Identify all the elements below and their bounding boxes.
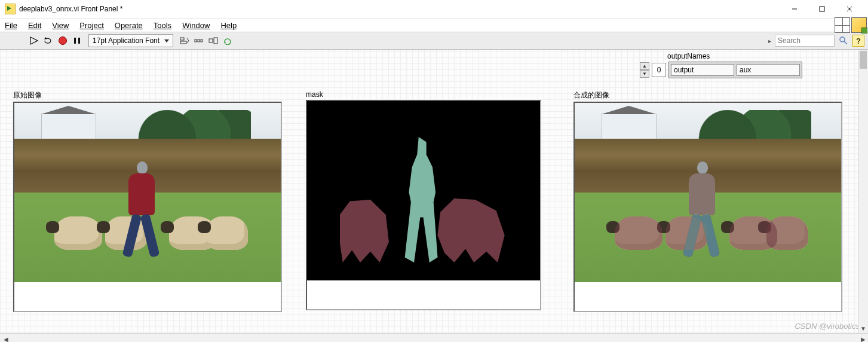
- outputnames-index-down[interactable]: ▼: [640, 70, 649, 78]
- menu-tools[interactable]: Tools: [154, 21, 171, 30]
- svg-rect-7: [180, 41, 186, 44]
- abort-button[interactable]: [57, 35, 68, 46]
- outputnames-index-spinner: ▲ ▼: [640, 62, 649, 78]
- svg-point-13: [840, 37, 845, 42]
- original-image-content: [14, 103, 281, 282]
- align-objects-button[interactable]: [179, 35, 190, 46]
- svg-rect-11: [209, 39, 213, 42]
- svg-rect-8: [195, 39, 197, 42]
- original-image-caption: 原始图像: [13, 90, 282, 100]
- svg-rect-1: [820, 7, 824, 11]
- run-button[interactable]: [29, 35, 39, 46]
- vertical-scroll-thumb[interactable]: [860, 51, 867, 69]
- composite-image-content: [575, 103, 841, 282]
- outputnames-cell-0[interactable]: output: [671, 64, 734, 76]
- mask-image-frame[interactable]: [306, 100, 541, 310]
- context-help-button[interactable]: ?: [852, 35, 864, 47]
- chevron-down-icon: [164, 39, 169, 42]
- menu-help[interactable]: Help: [220, 21, 237, 30]
- font-selector[interactable]: 17pt Application Font: [88, 34, 173, 47]
- run-continuously-button[interactable]: [43, 35, 54, 46]
- window-titlebar: deeplabv3_onnx.vi Front Panel *: [0, 0, 868, 19]
- original-image-frame[interactable]: [13, 102, 282, 312]
- search-button[interactable]: [838, 35, 849, 46]
- mask-image-indicator: mask: [306, 90, 541, 310]
- search-input[interactable]: [775, 35, 835, 47]
- scroll-down-icon[interactable]: ▼: [858, 323, 868, 333]
- mask-image-content: [307, 101, 540, 280]
- connector-pane-area: [835, 19, 868, 32]
- distribute-objects-button[interactable]: [194, 35, 204, 46]
- search-caret-icon: ▸: [768, 38, 771, 44]
- front-panel[interactable]: outputNames ▲ ▼ 0 output aux 原始图像: [0, 50, 868, 333]
- app-icon: [5, 4, 16, 14]
- svg-rect-6: [180, 38, 184, 40]
- resize-objects-button[interactable]: [208, 35, 219, 46]
- connector-pane-icon[interactable]: [835, 17, 850, 33]
- menu-edit[interactable]: Edit: [28, 21, 41, 30]
- svg-rect-9: [198, 39, 200, 42]
- toolbar: 17pt Application Font ▸ ?: [0, 32, 868, 50]
- outputnames-cell-1[interactable]: aux: [737, 64, 800, 76]
- window-title: deeplabv3_onnx.vi Front Panel *: [19, 5, 122, 13]
- vi-icon[interactable]: [851, 17, 867, 33]
- svg-line-14: [844, 41, 847, 44]
- menu-view[interactable]: View: [52, 21, 69, 30]
- svg-rect-4: [74, 38, 76, 44]
- scroll-left-icon[interactable]: ◀: [1, 335, 11, 342]
- composite-image-caption: 合成的图像: [573, 90, 842, 100]
- reorder-button[interactable]: [222, 35, 233, 46]
- mask-image-caption: mask: [306, 90, 541, 99]
- outputnames-array-frame: output aux: [668, 62, 802, 78]
- svg-rect-5: [78, 38, 80, 44]
- horizontal-scrollbar[interactable]: ◀ ▶: [0, 333, 868, 342]
- menu-window[interactable]: Window: [182, 21, 210, 30]
- menu-bar: File Edit View Project Operate Tools Win…: [0, 19, 835, 32]
- outputnames-control: outputNames ▲ ▼ 0 output aux: [640, 52, 802, 78]
- menu-project[interactable]: Project: [79, 21, 103, 30]
- outputnames-caption: outputNames: [667, 52, 802, 60]
- scroll-right-icon[interactable]: ▶: [858, 335, 868, 342]
- menu-file[interactable]: File: [5, 21, 17, 30]
- pause-button[interactable]: [72, 35, 82, 46]
- composite-image-indicator: 合成的图像: [573, 90, 842, 312]
- font-selector-label: 17pt Application Font: [93, 36, 160, 45]
- horizontal-scroll-track[interactable]: [11, 335, 858, 342]
- window-maximize-button[interactable]: [808, 0, 836, 18]
- watermark-text: CSDN @virobotics: [795, 322, 860, 331]
- menu-operate[interactable]: Operate: [115, 21, 143, 30]
- outputnames-index-up[interactable]: ▲: [640, 62, 649, 70]
- outputnames-index-value[interactable]: 0: [652, 63, 666, 77]
- vertical-scrollbar[interactable]: ▲ ▼: [858, 50, 868, 333]
- composite-image-frame[interactable]: [573, 102, 842, 312]
- window-minimize-button[interactable]: [781, 0, 808, 18]
- svg-rect-12: [214, 38, 217, 44]
- svg-rect-10: [201, 39, 203, 42]
- original-image-indicator: 原始图像: [13, 90, 282, 312]
- window-close-button[interactable]: [836, 0, 863, 18]
